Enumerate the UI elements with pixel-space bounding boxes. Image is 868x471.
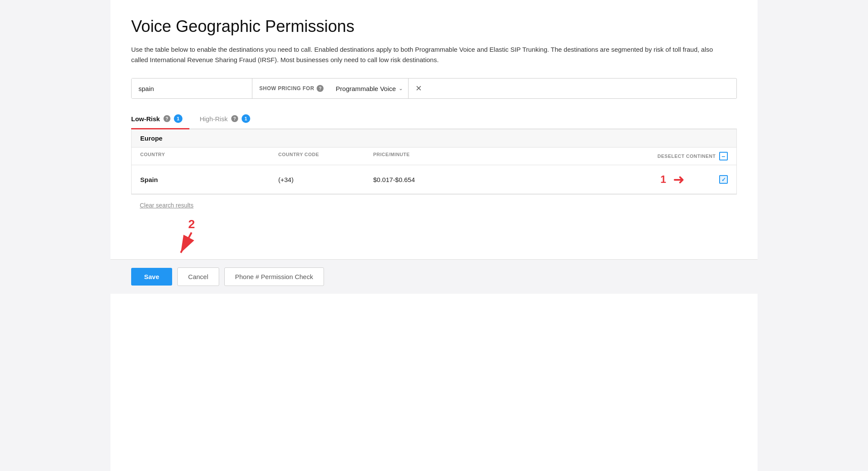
col-header-code: COUNTRY CODE	[278, 152, 373, 160]
phone-permission-check-button[interactable]: Phone # Permission Check	[224, 267, 324, 286]
arrow-right-icon: ➜	[673, 171, 685, 188]
pricing-help-icon[interactable]: ?	[317, 85, 324, 92]
clear-link-row: Clear search results	[131, 194, 737, 216]
table-row: Spain (+34) $0.017-$0.654 1 ➜	[132, 165, 736, 194]
permissions-table: Europe COUNTRY COUNTRY CODE PRICE/MINUTE…	[131, 129, 737, 194]
row-enable-checkbox[interactable]	[719, 175, 728, 184]
chevron-down-icon: ⌄	[399, 85, 403, 91]
svg-text:2: 2	[188, 217, 195, 231]
cell-price: $0.017-$0.654	[373, 176, 494, 183]
annotation-number-1: 1	[660, 173, 666, 185]
footer-bar: Save Cancel Phone # Permission Check	[110, 259, 758, 294]
clear-search-link[interactable]: Clear search results	[140, 202, 194, 209]
search-bar: SHOW PRICING FOR ? Programmable Voice ⌄ …	[131, 78, 737, 99]
table-header: COUNTRY COUNTRY CODE PRICE/MINUTE DESELE…	[132, 148, 736, 165]
tabs-container: Low-Risk ? 1 High-Risk ? 1	[131, 109, 737, 129]
search-input[interactable]	[132, 78, 252, 98]
high-risk-badge: 1	[242, 114, 250, 123]
low-risk-badge: 1	[174, 114, 182, 123]
svg-line-1	[181, 232, 192, 253]
high-risk-help-icon[interactable]: ?	[231, 115, 238, 122]
col-header-country: COUNTRY	[140, 152, 278, 160]
cell-country: Spain	[140, 176, 278, 183]
save-button[interactable]: Save	[131, 268, 172, 286]
cancel-button[interactable]: Cancel	[177, 267, 219, 286]
deselect-continent-header: DESELECT CONTINENT	[657, 152, 728, 160]
col-header-spacer	[494, 152, 657, 160]
row-checkbox-cell: 1 ➜	[660, 171, 728, 188]
clear-search-button[interactable]: ✕	[409, 78, 429, 98]
low-risk-help-icon[interactable]: ?	[164, 115, 170, 122]
deselect-continent-checkbox[interactable]	[719, 152, 728, 160]
tab-high-risk[interactable]: High-Risk ? 1	[200, 109, 257, 129]
table-group-header: Europe	[132, 129, 736, 148]
cell-code: (+34)	[278, 176, 373, 183]
pricing-select[interactable]: Programmable Voice ⌄	[330, 78, 408, 98]
col-header-price: PRICE/MINUTE	[373, 152, 494, 160]
page-title: Voice Geographic Permissions	[131, 17, 737, 36]
show-pricing-label: SHOW PRICING FOR ?	[252, 85, 330, 92]
annotation-arrow-1: 1 ➜	[660, 171, 685, 188]
annotation-2-svg: 2	[144, 216, 239, 259]
tab-low-risk[interactable]: Low-Risk ? 1	[131, 109, 189, 129]
annotation-spacer: 2	[131, 216, 737, 259]
page-description: Use the table below to enable the destin…	[131, 44, 714, 65]
